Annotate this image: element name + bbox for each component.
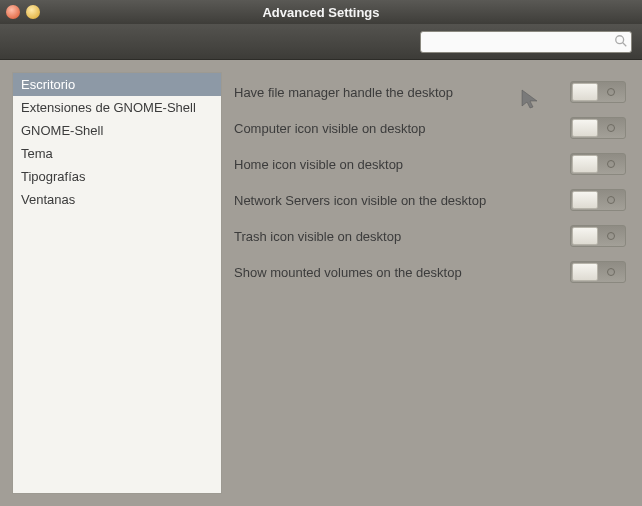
toggle-indicator-icon xyxy=(607,232,615,240)
setting-row: Home icon visible on desktop xyxy=(234,146,630,182)
sidebar-item-label: Extensiones de GNOME-Shell xyxy=(21,100,196,115)
window-controls xyxy=(6,5,40,19)
svg-point-0 xyxy=(616,35,624,43)
search-input[interactable] xyxy=(420,31,632,53)
settings-panel: Have file manager handle the desktopComp… xyxy=(234,72,630,494)
toggle-knob xyxy=(572,263,598,281)
setting-label: Show mounted volumes on the desktop xyxy=(234,265,462,280)
content: EscritorioExtensiones de GNOME-ShellGNOM… xyxy=(0,60,642,506)
toggle-switch[interactable] xyxy=(570,189,626,211)
sidebar-item[interactable]: Extensiones de GNOME-Shell xyxy=(13,96,221,119)
setting-row: Have file manager handle the desktop xyxy=(234,74,630,110)
setting-label: Computer icon visible on desktop xyxy=(234,121,426,136)
toggle-knob xyxy=(572,119,598,137)
svg-line-1 xyxy=(623,42,627,46)
setting-row: Network Servers icon visible on the desk… xyxy=(234,182,630,218)
setting-label: Home icon visible on desktop xyxy=(234,157,403,172)
toggle-indicator-icon xyxy=(607,160,615,168)
toolbar xyxy=(0,24,642,60)
sidebar-item-label: Tipografías xyxy=(21,169,86,184)
sidebar-item[interactable]: Ventanas xyxy=(13,188,221,211)
toggle-indicator-icon xyxy=(607,124,615,132)
toggle-switch[interactable] xyxy=(570,225,626,247)
sidebar-item-label: Tema xyxy=(21,146,53,161)
sidebar-item[interactable]: Tema xyxy=(13,142,221,165)
setting-row: Show mounted volumes on the desktop xyxy=(234,254,630,290)
search-wrap xyxy=(420,31,632,53)
sidebar-item[interactable]: GNOME-Shell xyxy=(13,119,221,142)
setting-row: Trash icon visible on desktop xyxy=(234,218,630,254)
close-icon[interactable] xyxy=(6,5,20,19)
toggle-knob xyxy=(572,227,598,245)
minimize-icon[interactable] xyxy=(26,5,40,19)
setting-label: Network Servers icon visible on the desk… xyxy=(234,193,486,208)
sidebar-item-label: Escritorio xyxy=(21,77,75,92)
setting-row: Computer icon visible on desktop xyxy=(234,110,630,146)
toggle-switch[interactable] xyxy=(570,153,626,175)
toggle-switch[interactable] xyxy=(570,81,626,103)
toggle-switch[interactable] xyxy=(570,261,626,283)
toggle-indicator-icon xyxy=(607,268,615,276)
search-icon xyxy=(614,34,628,48)
setting-label: Have file manager handle the desktop xyxy=(234,85,453,100)
toggle-switch[interactable] xyxy=(570,117,626,139)
sidebar-item-label: Ventanas xyxy=(21,192,75,207)
sidebar-item[interactable]: Tipografías xyxy=(13,165,221,188)
titlebar: Advanced Settings xyxy=(0,0,642,24)
window-title: Advanced Settings xyxy=(0,5,642,20)
setting-label: Trash icon visible on desktop xyxy=(234,229,401,244)
toggle-indicator-icon xyxy=(607,88,615,96)
toggle-knob xyxy=(572,83,598,101)
sidebar-item[interactable]: Escritorio xyxy=(13,73,221,96)
sidebar-item-label: GNOME-Shell xyxy=(21,123,103,138)
toggle-knob xyxy=(572,155,598,173)
sidebar: EscritorioExtensiones de GNOME-ShellGNOM… xyxy=(12,72,222,494)
toggle-knob xyxy=(572,191,598,209)
toggle-indicator-icon xyxy=(607,196,615,204)
